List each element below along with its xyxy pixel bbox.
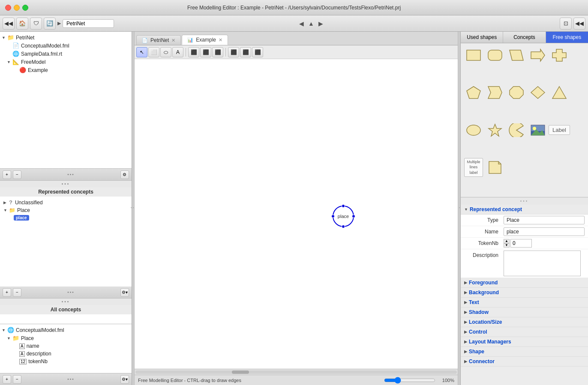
rep-concept-header[interactable]: ▼ Represented concept xyxy=(461,205,588,215)
expand-window-btn[interactable]: ⊡ xyxy=(560,18,572,30)
settings-btn[interactable]: ⚙ xyxy=(120,170,129,179)
align-right-btn[interactable]: ⬛ xyxy=(212,47,223,57)
star-icon xyxy=(487,123,503,137)
shape-triangle[interactable] xyxy=(550,84,569,101)
cross-icon xyxy=(552,48,567,62)
control-header[interactable]: ▶ Control xyxy=(461,327,588,337)
shape-star[interactable] xyxy=(486,122,504,139)
spinner-controls[interactable]: ▲ ▼ xyxy=(504,239,510,248)
all-concepts-model[interactable]: ▼ 🌐 ConceptualModel.fml xyxy=(0,326,132,334)
nav-forward-btn[interactable]: ▶ xyxy=(317,19,325,28)
place-node[interactable]: place xyxy=(333,206,354,227)
rectangle-tool-btn[interactable]: ⬜ xyxy=(148,47,159,57)
shape-image[interactable] xyxy=(528,122,547,139)
tree-item-petrinet[interactable]: ▼ 📁 PetriNet xyxy=(0,33,132,42)
tree-item-freemodel[interactable]: ▼ 📐 FreeModel xyxy=(0,58,132,66)
spinner-up-btn[interactable]: ▲ xyxy=(504,239,510,243)
concept-place[interactable]: ▼ 📁 Place xyxy=(0,206,132,214)
all-concepts-place[interactable]: ▼ 📁 Place xyxy=(0,334,132,342)
select-tool-btn[interactable]: ↖ xyxy=(136,47,147,57)
shape-parallelogram[interactable] xyxy=(507,47,526,64)
handle-right[interactable] xyxy=(352,215,355,218)
shape-header[interactable]: ▶ Shape xyxy=(461,347,588,357)
connector-header[interactable]: ▶ Connector xyxy=(461,357,588,367)
distribute-v-btn[interactable]: ⬛ xyxy=(240,47,251,57)
all-concepts-search[interactable] xyxy=(0,314,132,324)
refresh-btn[interactable]: 🔄 xyxy=(44,18,56,30)
tab-example[interactable]: 📊 Example ✕ xyxy=(182,35,228,45)
svg-marker-4 xyxy=(552,49,566,61)
settings-concept-btn[interactable]: ⚙▾ xyxy=(120,288,129,297)
home-btn[interactable]: 🏠 xyxy=(16,18,28,30)
canvas-scrollbar-h[interactable] xyxy=(135,369,458,375)
zoom-slider[interactable] xyxy=(384,377,435,384)
scrollbar-thumb[interactable] xyxy=(232,370,249,374)
remove-concept-btn[interactable]: − xyxy=(13,288,21,297)
ellipse-tool-btn[interactable]: ⬭ xyxy=(160,47,171,57)
shape-rounded-rect[interactable] xyxy=(486,47,504,64)
tree-item-example[interactable]: 🔴 Example xyxy=(0,66,132,74)
panel-toggle-btn[interactable]: ◀◀ xyxy=(573,18,585,30)
nav-up-btn[interactable]: ▲ xyxy=(306,19,316,28)
add-all-concepts-btn[interactable]: + xyxy=(3,375,11,384)
breadcrumb-label[interactable]: PetriNet xyxy=(63,19,114,28)
shape-multi-label[interactable]: Multiplelines label xyxy=(464,159,483,176)
tokennb-input[interactable] xyxy=(510,239,532,248)
spinner-down-btn[interactable]: ▼ xyxy=(504,243,510,248)
distribute-d-btn[interactable]: ⬛ xyxy=(252,47,263,57)
shape-label[interactable]: Label xyxy=(550,122,569,139)
shape-pacman[interactable] xyxy=(507,122,526,139)
handle-left[interactable] xyxy=(331,215,335,218)
shape-cross[interactable] xyxy=(550,47,569,64)
shadow-header[interactable]: ▶ Shadow xyxy=(461,307,588,317)
shape-diamond[interactable] xyxy=(528,84,547,101)
tab-close-btn[interactable]: ✕ xyxy=(171,38,175,43)
close-button[interactable] xyxy=(5,5,11,11)
nav-back-btn[interactable]: ◀ xyxy=(297,19,306,28)
canvas[interactable]: place xyxy=(135,59,458,369)
foreground-header[interactable]: ▶ Foreground xyxy=(461,278,588,288)
tab-petrinet[interactable]: 📄 PetriNet ✕ xyxy=(136,35,181,45)
document-icon xyxy=(487,161,503,174)
all-concepts-tokennb[interactable]: 12 tokenNb xyxy=(0,358,132,365)
shape-pentagon[interactable] xyxy=(464,84,483,101)
concept-place-instance[interactable]: place xyxy=(0,214,132,221)
shape-arrow-right[interactable] xyxy=(528,47,547,64)
shape-document[interactable] xyxy=(486,159,504,176)
maximize-button[interactable] xyxy=(22,5,28,11)
text-tool-btn[interactable]: A xyxy=(172,47,183,57)
text-header[interactable]: ▶ Text xyxy=(461,298,588,307)
shape-ellipse[interactable] xyxy=(464,122,483,139)
tree-item-sampledata[interactable]: 🌐 SampleData.fml.rt xyxy=(0,50,132,58)
add-project-btn[interactable]: + xyxy=(3,170,11,179)
name-input[interactable] xyxy=(504,227,585,236)
tab-free-shapes[interactable]: Free shapes xyxy=(546,32,588,43)
handle-top[interactable] xyxy=(342,204,345,208)
align-left-btn[interactable]: ⬛ xyxy=(188,47,199,57)
description-input[interactable] xyxy=(504,251,581,276)
distribute-h-btn[interactable]: ⬛ xyxy=(228,47,239,57)
tab-close-btn[interactable]: ✕ xyxy=(219,37,222,43)
add-concept-btn[interactable]: + xyxy=(3,288,11,297)
shield-btn[interactable]: 🛡 xyxy=(30,18,42,30)
shape-octagon[interactable] xyxy=(507,84,526,101)
settings-all-concepts-btn[interactable]: ⚙▾ xyxy=(120,375,129,384)
remove-project-btn[interactable]: − xyxy=(13,170,21,179)
layout-managers-header[interactable]: ▶ Layout Managers xyxy=(461,337,588,347)
background-header[interactable]: ▶ Background xyxy=(461,288,588,298)
align-center-btn[interactable]: ⬛ xyxy=(200,47,211,57)
location-size-header[interactable]: ▶ Location/Size xyxy=(461,317,588,327)
all-concepts-name[interactable]: A name xyxy=(0,342,132,350)
concept-unclassified[interactable]: ▶ ? Unclassified xyxy=(0,198,132,206)
remove-all-concepts-btn[interactable]: − xyxy=(13,375,21,384)
minimize-button[interactable] xyxy=(14,5,20,11)
handle-bottom[interactable] xyxy=(342,225,345,228)
tab-used-shapes[interactable]: Used shapes xyxy=(461,32,503,43)
tab-concepts[interactable]: Concepts xyxy=(503,32,546,43)
type-label: Type xyxy=(464,217,498,223)
shape-rectangle[interactable] xyxy=(464,47,483,64)
all-concepts-description[interactable]: A description xyxy=(0,350,132,358)
shape-chevron[interactable] xyxy=(486,84,504,101)
collapse-panel-btn[interactable]: ◀◀ xyxy=(3,18,15,30)
tree-item-conceptualmodel[interactable]: 📄 ConceptualModel.fml xyxy=(0,42,132,50)
